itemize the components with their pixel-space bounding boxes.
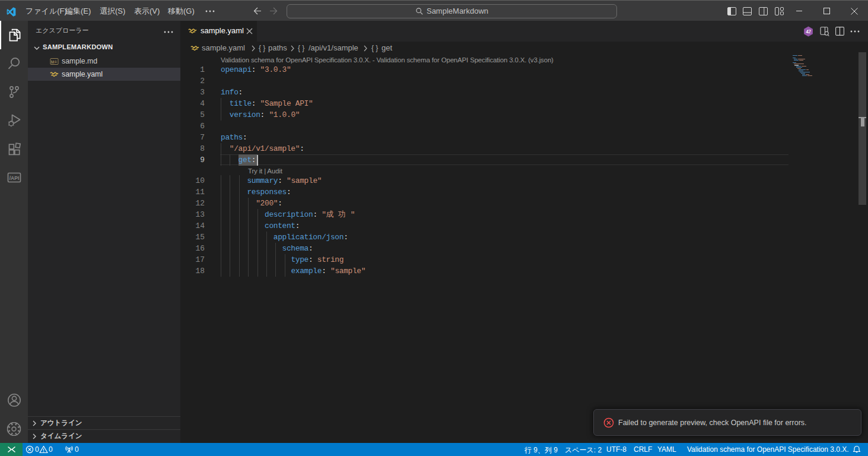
svg-text:42: 42 — [806, 29, 811, 34]
svg-text:M: M — [51, 60, 55, 64]
svg-text:/API: /API — [9, 175, 19, 181]
